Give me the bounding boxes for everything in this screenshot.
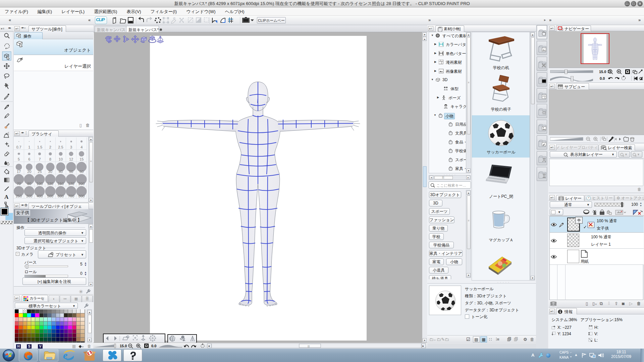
svg-text:▸: ▸ (423, 344, 424, 348)
svg-text:|||: ||| (308, 345, 310, 348)
svg-text:◂: ◂ (208, 344, 210, 348)
svg-text:15.0: 15.0 (120, 344, 127, 348)
svg-text:0.0: 0.0 (151, 344, 156, 348)
svg-text:A: A (4, 194, 9, 200)
